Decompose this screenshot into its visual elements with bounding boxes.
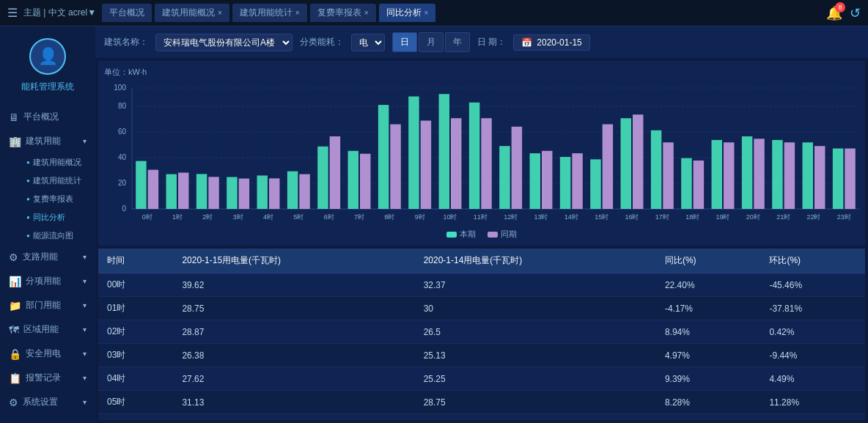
sidebar-group-building: 🏢 建筑用能 ▾ 建筑用能概况 建筑用能统计 复费率报表 同比分析 能源流向图 bbox=[0, 129, 95, 245]
category-icon: 📊 bbox=[9, 276, 21, 287]
tab-建筑用能统计[interactable]: 建筑用能统计 × bbox=[232, 4, 307, 22]
chevron-down-icon8: ▾ bbox=[83, 398, 87, 406]
sidebar-item-settings[interactable]: ⚙ 系统设置 ▾ bbox=[0, 390, 95, 414]
chevron-down-icon5: ▾ bbox=[83, 325, 87, 334]
tab-复费率报表[interactable]: 复费率报表 × bbox=[310, 4, 376, 22]
sidebar-item-category[interactable]: 📊 分项用能 ▾ bbox=[0, 269, 95, 293]
theme-label[interactable]: 主题 | 中文 acrel▼ bbox=[23, 7, 96, 19]
btn-day[interactable]: 日 bbox=[392, 32, 417, 52]
sidebar-sub-rate[interactable]: 复费率报表 bbox=[21, 190, 95, 208]
building-icon: 🏢 bbox=[9, 136, 21, 147]
category-select[interactable]: 电 bbox=[351, 34, 385, 51]
sidebar-sub-stats[interactable]: 建筑用能统计 bbox=[21, 172, 95, 190]
bar-previous-7 bbox=[360, 154, 370, 209]
category-label: 分类能耗： bbox=[300, 36, 344, 48]
cell-yoy: 22.40% bbox=[656, 273, 761, 297]
date-value: 2020-01-15 bbox=[537, 37, 581, 48]
tab-close-icon[interactable]: × bbox=[424, 9, 429, 17]
sidebar-label-building: 建筑用能 bbox=[26, 135, 61, 147]
sidebar-sub-building: 建筑用能概况 建筑用能统计 复费率报表 同比分析 能源流向图 bbox=[0, 153, 95, 245]
bar-previous-0 bbox=[148, 170, 158, 209]
x-label-22: 22时 bbox=[806, 213, 820, 221]
bar-current-6 bbox=[317, 147, 328, 209]
legend-color-previous bbox=[488, 232, 498, 238]
legend-color-current bbox=[446, 232, 457, 238]
main-content: 建筑名称： 安科瑞电气股份有限公司A楼 分类能耗： 电 日 月 年 日 期： 📅… bbox=[95, 26, 868, 423]
date-display[interactable]: 📅 2020-01-15 bbox=[513, 34, 589, 51]
btn-year[interactable]: 年 bbox=[445, 32, 470, 52]
bar-previous-20 bbox=[754, 139, 764, 209]
cell-time: 06时 bbox=[98, 414, 173, 421]
toolbar: 建筑名称： 安科瑞电气股份有限公司A楼 分类能耗： 电 日 月 年 日 期： 📅… bbox=[95, 26, 868, 58]
cell-time: 02时 bbox=[98, 320, 173, 344]
sidebar-item-safety[interactable]: 🔒 安全用电 ▾ bbox=[0, 342, 95, 366]
bar-previous-15 bbox=[603, 125, 613, 210]
menu-icon[interactable]: ☰ bbox=[7, 6, 18, 20]
table-row: 00时39.6232.3722.40%-45.46% bbox=[98, 273, 865, 297]
cell-mom: 0.42% bbox=[760, 320, 865, 344]
cell-cur: 26.38 bbox=[173, 344, 414, 367]
chevron-down-icon4: ▾ bbox=[83, 301, 87, 309]
cell-mom: 39.71% bbox=[760, 414, 865, 421]
cell-prev: 30 bbox=[415, 297, 656, 320]
bar-current-23 bbox=[833, 149, 843, 210]
bar-previous-6 bbox=[330, 136, 340, 209]
tab-close-icon[interactable]: × bbox=[364, 9, 369, 17]
period-btn-group: 日 月 年 bbox=[392, 32, 470, 52]
bar-current-1 bbox=[166, 174, 177, 209]
building-select[interactable]: 安科瑞电气股份有限公司A楼 bbox=[155, 34, 293, 51]
tab-平台概况[interactable]: 平台概况 bbox=[102, 4, 152, 22]
bar-previous-21 bbox=[784, 142, 795, 209]
cell-cur: 31.13 bbox=[173, 391, 414, 414]
sidebar: 👤 能耗管理系统 🖥 平台概况 🏢 建筑用能 ▾ 建筑用能概况 建筑用能统计 复… bbox=[0, 26, 95, 423]
btn-month[interactable]: 月 bbox=[419, 32, 444, 52]
chart-container: 0 20 40 60 80 100 0时1时2时3时4时5时6时7时8时9时10… bbox=[104, 81, 859, 227]
bar-previous-19 bbox=[724, 142, 734, 209]
bar-current-15 bbox=[590, 159, 600, 209]
bar-chart: 0 20 40 60 80 100 0时1时2时3时4时5时6时7时8时9时10… bbox=[104, 81, 862, 227]
sidebar-item-dept[interactable]: 📁 部门用能 ▾ bbox=[0, 293, 95, 317]
sidebar-sub-overview[interactable]: 建筑用能概况 bbox=[21, 153, 95, 172]
chevron-down-icon6: ▾ bbox=[83, 350, 87, 358]
bell-icon[interactable]: 🔔8 bbox=[826, 5, 842, 21]
x-label-9: 9时 bbox=[415, 213, 425, 221]
cell-cur: 28.75 bbox=[173, 297, 414, 320]
safety-icon: 🔒 bbox=[9, 348, 21, 360]
main-layout: 👤 能耗管理系统 🖥 平台概况 🏢 建筑用能 ▾ 建筑用能概况 建筑用能统计 复… bbox=[0, 26, 868, 423]
cell-mom: 4.49% bbox=[760, 367, 865, 391]
table-row: 03时26.3825.134.97%-9.44% bbox=[98, 344, 865, 367]
sidebar-label-region: 区域用能 bbox=[23, 323, 59, 336]
bar-current-11 bbox=[469, 103, 479, 209]
tab-建筑用能概况[interactable]: 建筑用能概况 × bbox=[155, 4, 229, 22]
x-label-11: 11时 bbox=[474, 213, 488, 221]
sidebar-sub-flow[interactable]: 能源流向图 bbox=[21, 227, 95, 245]
cell-mom: 11.28% bbox=[760, 391, 865, 414]
tab-close-icon[interactable]: × bbox=[218, 9, 222, 17]
refresh-icon[interactable]: ↺ bbox=[850, 5, 861, 21]
sidebar-item-building[interactable]: 🏢 建筑用能 ▾ bbox=[0, 129, 95, 153]
cell-mom: -45.46% bbox=[760, 273, 865, 297]
x-label-1: 1时 bbox=[172, 213, 183, 221]
cell-time: 00时 bbox=[98, 273, 173, 297]
sidebar-item-alarm[interactable]: 📋 报警记录 ▾ bbox=[0, 366, 95, 390]
chevron-down-icon3: ▾ bbox=[83, 277, 87, 285]
legend-current: 本期 bbox=[446, 229, 476, 240]
sidebar-menu: 🖥 平台概况 🏢 建筑用能 ▾ 建筑用能概况 建筑用能统计 复费率报表 同比分析… bbox=[0, 105, 95, 414]
legend-previous: 同期 bbox=[488, 229, 517, 240]
col-yoy: 同比(%) bbox=[656, 249, 761, 273]
bar-previous-4 bbox=[269, 178, 279, 209]
tab-同比分析[interactable]: 同比分析 × bbox=[379, 4, 436, 22]
bar-current-8 bbox=[378, 105, 389, 209]
notification-badge: 8 bbox=[835, 2, 845, 12]
tab-close-icon[interactable]: × bbox=[295, 9, 300, 17]
cell-prev: 25.13 bbox=[415, 344, 656, 367]
sidebar-item-region[interactable]: 🗺 区域用能 ▾ bbox=[0, 317, 95, 342]
sidebar-item-platform[interactable]: 🖥 平台概况 bbox=[0, 105, 95, 129]
sidebar-item-branch[interactable]: ⚙ 支路用能 ▾ bbox=[0, 245, 95, 269]
bar-previous-16 bbox=[633, 114, 643, 209]
bar-current-16 bbox=[621, 118, 631, 209]
cell-time: 01时 bbox=[98, 297, 173, 320]
sidebar-title: 能耗管理系统 bbox=[21, 81, 74, 93]
unit-label: 单位：kW·h bbox=[104, 67, 859, 78]
sidebar-sub-yoy[interactable]: 同比分析 bbox=[21, 208, 95, 227]
